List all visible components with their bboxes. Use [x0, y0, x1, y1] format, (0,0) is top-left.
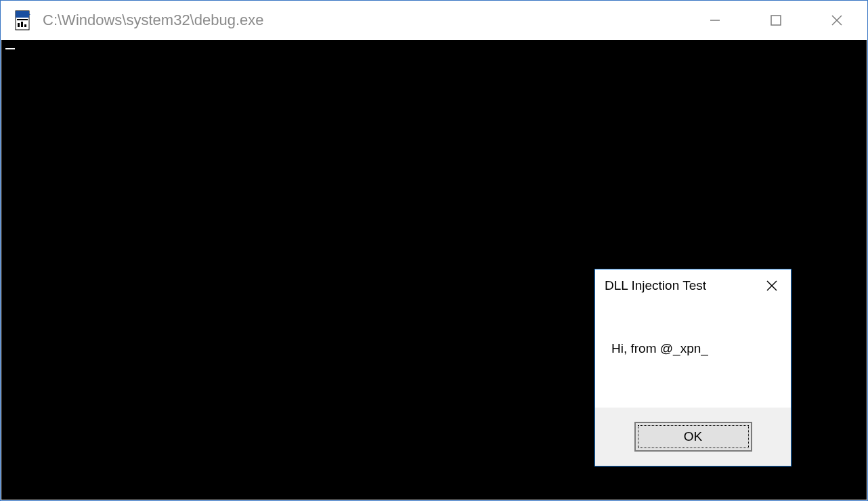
dialog-message: Hi, from @_xpn_	[611, 341, 791, 356]
svg-rect-7	[771, 16, 781, 25]
dialog-titlebar[interactable]: DLL Injection Test	[595, 269, 791, 302]
window-controls	[685, 1, 867, 40]
svg-rect-3	[21, 22, 23, 27]
dialog-footer: OK	[595, 408, 791, 466]
messagebox-dialog: DLL Injection Test Hi, from @_xpn_ OK	[594, 269, 791, 466]
app-icon	[13, 9, 35, 31]
close-icon	[830, 14, 844, 27]
dialog-body: Hi, from @_xpn_	[595, 302, 791, 404]
svg-rect-4	[24, 24, 26, 27]
main-console-window: C:\Windows\system32\debug.exe	[0, 0, 868, 501]
ok-button[interactable]: OK	[634, 422, 752, 452]
svg-rect-5	[17, 19, 28, 20]
close-button[interactable]	[806, 1, 867, 40]
maximize-icon	[770, 14, 782, 26]
minimize-button[interactable]	[685, 1, 745, 40]
svg-rect-2	[18, 23, 20, 27]
dialog-close-button[interactable]	[753, 269, 791, 302]
svg-rect-1	[16, 11, 29, 18]
main-titlebar[interactable]: C:\Windows\system32\debug.exe	[1, 1, 867, 40]
console-cursor	[5, 48, 15, 49]
close-icon	[766, 280, 778, 292]
minimize-icon	[709, 14, 721, 26]
dialog-title: DLL Injection Test	[605, 278, 706, 293]
maximize-button[interactable]	[745, 1, 806, 40]
window-title: C:\Windows\system32\debug.exe	[43, 12, 264, 29]
